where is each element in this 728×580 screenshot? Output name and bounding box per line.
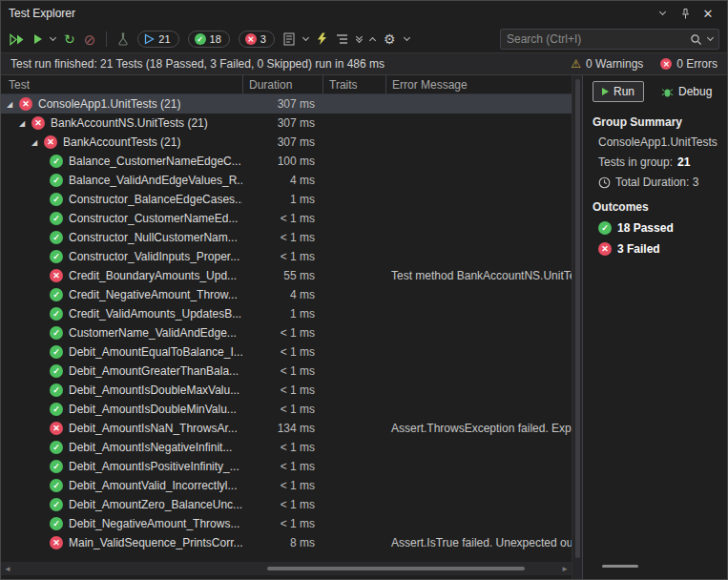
column-header-traits[interactable]: Traits [322, 75, 385, 93]
test-row[interactable]: ✓Constructor_BalanceEdgeCases...1 ms [1, 190, 572, 209]
test-traits [322, 438, 385, 457]
test-row[interactable]: ✓Credit_NegativeAmount_Throw...4 ms [1, 285, 572, 304]
options-flask-button[interactable] [117, 30, 129, 49]
total-tests-badge[interactable]: 21 [137, 31, 178, 48]
test-traits [322, 457, 385, 476]
outcome-failed[interactable]: ✕ 3 Failed [593, 242, 727, 256]
passed-icon: ✓ [50, 212, 63, 225]
run-dropdown-button[interactable] [51, 30, 55, 49]
passed-icon: ✓ [598, 221, 612, 235]
test-row[interactable]: ✓Debit_AmountIsNegativeInfinit...< 1 ms [1, 438, 572, 457]
close-button[interactable]: ✕ [697, 4, 719, 23]
run-after-build-button[interactable] [317, 30, 327, 49]
playlist-dropdown-button[interactable] [303, 30, 308, 49]
test-cell: ◢✕ConsoleApp1.UnitTests (21) [1, 94, 242, 114]
run-selected-button[interactable]: Run [593, 81, 644, 102]
search-options-chevron-icon[interactable] [707, 34, 714, 41]
horizontal-scrollbar[interactable]: ◄ ► [1, 562, 572, 575]
vertical-scrollbar-thumb[interactable] [575, 79, 580, 558]
test-duration: < 1 ms [242, 438, 322, 457]
test-cell: ✕Credit_BoundaryAmounts_Upd... [1, 266, 242, 285]
test-row[interactable]: ✓Balance_CustomerNameEdgeC...100 ms [1, 152, 572, 171]
column-header-error-message[interactable]: Error Message [385, 75, 572, 93]
test-row[interactable]: ✓Debit_AmountValid_Incorrectlyl...< 1 ms [1, 476, 572, 495]
run-all-tests-button[interactable] [9, 30, 26, 49]
test-traits [322, 114, 385, 133]
test-row[interactable]: ✓Debit_AmountIsDoubleMinValu...< 1 ms [1, 400, 572, 419]
test-traits [322, 495, 385, 514]
test-duration: < 1 ms [242, 323, 322, 342]
group-by-button[interactable] [336, 30, 348, 49]
vertical-scrollbar[interactable] [572, 75, 582, 579]
settings-button[interactable]: ⚙ [384, 30, 396, 49]
debug-selected-button[interactable]: Debug [652, 81, 721, 102]
test-duration: < 1 ms [242, 514, 322, 533]
test-cell: ✓Debit_AmountIsNegativeInfinit... [1, 438, 242, 457]
passed-tests-badge[interactable]: ✓ 18 [188, 31, 230, 48]
test-name: BankAccountNS.UnitTests (21) [51, 116, 208, 130]
horizontal-scrollbar-thumb[interactable] [267, 567, 525, 570]
tests-in-group: Tests in group: 21 [593, 155, 727, 169]
pin-button[interactable] [674, 4, 697, 23]
test-row[interactable]: ✓Debit_AmountGreaterThanBala...< 1 ms [1, 362, 572, 381]
cancel-button[interactable]: ⊘ [84, 30, 96, 49]
passed-icon: ✓ [50, 193, 63, 206]
test-row[interactable]: ✓Credit_ValidAmounts_UpdatesB...1 ms [1, 304, 572, 323]
test-row[interactable]: ◢✕ConsoleApp1.UnitTests (21)307 ms [1, 94, 572, 114]
test-row[interactable]: ✓Constructor_NullCustomerNam...< 1 ms [1, 228, 572, 247]
test-row[interactable]: ✓Debit_NegativeAmount_Throws...< 1 ms [1, 514, 572, 533]
scroll-right-arrow-icon[interactable]: ► [558, 565, 572, 573]
test-row[interactable]: ✓Debit_AmountIsPositiveInfinity_...< 1 m… [1, 457, 572, 476]
window-title: Test Explorer [9, 7, 75, 20]
expand-all-button[interactable] [357, 30, 362, 49]
test-row[interactable]: ✓Constructor_ValidInputs_Proper...< 1 ms [1, 247, 572, 266]
failed-tests-badge[interactable]: ✕ 3 [239, 31, 275, 48]
column-header-test[interactable]: Test [1, 75, 242, 93]
window-menu-button[interactable] [651, 4, 674, 23]
scroll-left-arrow-icon[interactable]: ◄ [1, 565, 14, 573]
lightning-icon [317, 32, 327, 46]
test-duration: 307 ms [242, 94, 322, 114]
test-cell: ✓Debit_AmountIsDoubleMinValu... [1, 400, 242, 419]
outcome-passed[interactable]: ✓ 18 Passed [593, 221, 727, 235]
settings-dropdown-button[interactable] [405, 30, 409, 49]
expander-icon[interactable]: ◢ [7, 100, 19, 109]
test-duration: < 1 ms [242, 228, 322, 247]
test-cell: ✓Balance_CustomerNameEdgeC... [1, 152, 242, 171]
run-button[interactable] [34, 30, 42, 49]
expander-icon[interactable]: ◢ [31, 138, 44, 147]
collapse-all-button[interactable] [370, 30, 375, 49]
play-icon [602, 88, 609, 95]
test-name: Debit_AmountIsPositiveInfinity_... [69, 460, 239, 473]
test-row[interactable]: ✓Constructor_CustomerNameEd...< 1 ms [1, 209, 572, 228]
test-row[interactable]: ✕Credit_BoundaryAmounts_Upd...55 msTest … [1, 266, 572, 285]
test-cell: ✓CustomerName_ValidAndEdge... [1, 323, 242, 342]
repeat-last-run-button[interactable]: ↻ [64, 30, 75, 49]
test-row[interactable]: ✓Debit_AmountIsDoubleMaxValu...< 1 ms [1, 381, 572, 400]
test-row[interactable]: ✓Balance_ValidAndEdgeValues_R...4 ms [1, 171, 572, 190]
group-by-icon [336, 33, 348, 45]
column-header-duration[interactable]: Duration [242, 75, 322, 93]
test-row[interactable]: ◢✕BankAccountNS.UnitTests (21)307 ms [1, 114, 572, 133]
test-row[interactable]: ✕Main_ValidSequence_PrintsCorr...8 msAss… [1, 533, 572, 552]
search-icon[interactable] [690, 33, 702, 46]
test-list-area: Test Duration Traits Error Message ◢✕Con… [1, 75, 572, 579]
test-row[interactable]: ✓CustomerName_ValidAndEdge...< 1 ms [1, 323, 572, 342]
search-input[interactable] [507, 32, 684, 46]
errors-status[interactable]: ✕ 0 Errors [660, 57, 718, 71]
total-count: 21 [158, 33, 170, 45]
test-row[interactable]: ✕Debit_AmountIsNaN_ThrowsAr...134 msAsse… [1, 419, 572, 438]
warnings-status[interactable]: ⚠ 0 Warnings [571, 57, 643, 71]
playlist-button[interactable] [283, 30, 295, 49]
test-row[interactable]: ✓Debit_AmountZero_BalanceUnc...< 1 ms [1, 495, 572, 514]
tests-in-group-count: 21 [677, 155, 690, 169]
expander-icon[interactable]: ◢ [19, 119, 31, 128]
chevron-down-icon [50, 34, 56, 41]
test-duration: 8 ms [242, 533, 322, 552]
passed-icon: ✓ [50, 441, 63, 454]
test-traits [322, 228, 385, 247]
test-row[interactable]: ✓Debit_AmountEqualToBalance_I...< 1 ms [1, 342, 572, 362]
details-scrollbar-thumb[interactable] [602, 565, 638, 568]
test-row[interactable]: ◢✕BankAccountTests (21)307 ms [1, 133, 572, 152]
test-error: Test method BankAccountNS.UnitTest [385, 266, 572, 285]
